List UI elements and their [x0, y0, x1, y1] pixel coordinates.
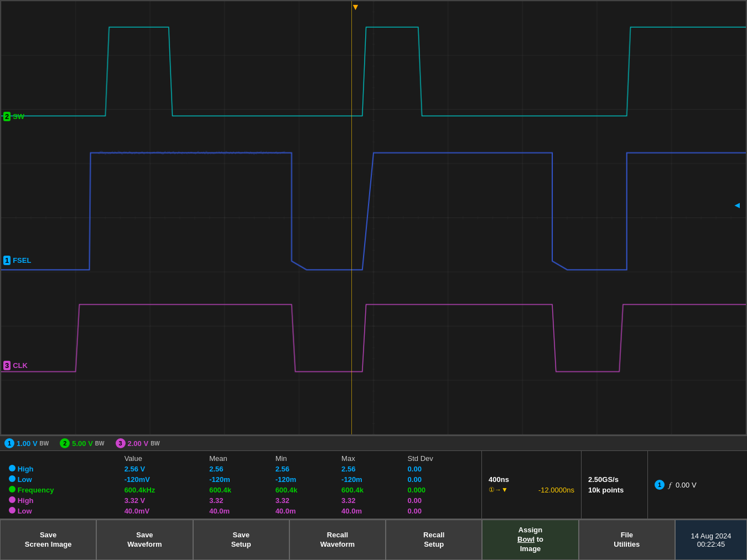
col-value: Value — [120, 453, 205, 464]
meas-label-cell: High — [4, 495, 120, 506]
time-info: 400ns ①→▼ -12.0000ns — [481, 451, 581, 518]
measurement-row: High 2.56 V 2.56 2.56 2.56 0.00 — [4, 464, 477, 474]
meas-min: -120m — [271, 474, 337, 485]
measurement-row: Low 40.0mV 40.0m 40.0m 40.0m 0.00 — [4, 506, 477, 516]
meas-mean: 2.56 — [205, 464, 271, 474]
measurements-area: Value Mean Min Max Std Dev High 2.56 V 2… — [0, 451, 747, 519]
button-bar: SaveScreen Image SaveWaveform SaveSetup … — [0, 519, 747, 560]
ch3-badge: 3 — [116, 438, 126, 448]
recall-setup-button[interactable]: RecallSetup — [386, 520, 482, 560]
meas-min: 600.4k — [271, 485, 337, 495]
meas-value: 40.0mV — [120, 506, 205, 516]
measurement-row: Frequency 600.4kHz 600.4k 600.4k 600.4k … — [4, 485, 477, 495]
ch2-label: 2 SW — [3, 112, 24, 121]
save-setup-label: SaveSetup — [231, 531, 251, 549]
save-screen-button[interactable]: SaveScreen Image — [0, 520, 96, 560]
save-waveform-button[interactable]: SaveWaveform — [96, 520, 193, 560]
trigger-info: 1 𝑓 0.00 V — [647, 451, 747, 518]
trigger-slope-icon: 𝑓 — [669, 480, 671, 490]
record-length-value: 10k points — [588, 486, 624, 494]
meas-max: 600.4k — [337, 485, 403, 495]
record-length-row: 10k points — [588, 485, 641, 495]
trigger-marker-top: ▼ — [351, 2, 360, 12]
save-setup-button[interactable]: SaveSetup — [193, 520, 289, 560]
timebase-value: 400ns — [489, 475, 509, 484]
sample-rate-row: 2.50GS/s — [588, 474, 641, 485]
meas-min: 2.56 — [271, 464, 337, 474]
grid-canvas — [1, 1, 746, 434]
oscilloscope: ▼ 2 SW 1 FSEL 3 CLK ◄ 1 1.00 V BW — [0, 0, 747, 560]
meas-value: -120mV — [120, 474, 205, 485]
meas-value: 2.56 V — [120, 464, 205, 474]
ch1-fsel-label: 1 FSEL — [3, 256, 31, 265]
meas-mean: 40.0m — [205, 506, 271, 516]
measurements-table: Value Mean Min Max Std Dev High 2.56 V 2… — [0, 451, 481, 518]
cursor-delta-row: ①→▼ -12.0000ns — [489, 485, 574, 495]
col-max: Max — [337, 453, 403, 464]
meas-mean: 3.32 — [205, 495, 271, 506]
ch1-badge: 1 — [4, 438, 14, 448]
col-mean: Mean — [205, 453, 271, 464]
waveform-display: ▼ 2 SW 1 FSEL 3 CLK ◄ — [0, 0, 747, 435]
col-min: Min — [271, 453, 337, 464]
ch3-bw-label: BW — [151, 440, 160, 447]
ch2-badge: 2 — [60, 438, 70, 448]
measurement-row: Low -120mV -120m -120m -120m 0.00 — [4, 474, 477, 485]
save-screen-label: SaveScreen Image — [25, 531, 72, 549]
ch3-clk-label: 3 CLK — [3, 361, 28, 370]
ch1-scale-value: 1.00 V — [17, 439, 38, 448]
meas-label-cell: Frequency — [4, 485, 120, 495]
meas-max: 2.56 — [337, 464, 403, 474]
channel-scales: 1 1.00 V BW 2 5.00 V BW 3 2.00 V BW — [0, 436, 747, 451]
meas-stddev: 0.00 — [403, 495, 477, 506]
datetime-display: 14 Aug 2024 00:22:45 — [675, 520, 747, 560]
trigger-arrow: ◄ — [733, 200, 741, 210]
meas-stddev: 0.000 — [403, 485, 477, 495]
meas-label-cell: Low — [4, 506, 120, 516]
meas-min: 40.0m — [271, 506, 337, 516]
recall-waveform-label: RecallWaveform — [320, 531, 355, 549]
meas-label-cell: Low — [4, 474, 120, 485]
measurement-row: High 3.32 V 3.32 3.32 3.32 0.00 — [4, 495, 477, 506]
meas-stddev: 0.00 — [403, 474, 477, 485]
meas-value: 600.4kHz — [120, 485, 205, 495]
meas-min: 3.32 — [271, 495, 337, 506]
time-value: 00:22:45 — [697, 540, 725, 548]
meas-mean: 600.4k — [205, 485, 271, 495]
save-waveform-label: SaveWaveform — [127, 531, 162, 549]
meas-stddev: 0.00 — [403, 464, 477, 474]
ch1-scale: 1 1.00 V BW — [4, 438, 49, 448]
cursor-delta-value: -12.0000ns — [538, 486, 574, 494]
trigger-ch-badge: 1 — [655, 480, 665, 490]
timebase-row: 400ns — [489, 474, 574, 485]
file-utilities-button[interactable]: FileUtilities — [579, 520, 675, 560]
ch3-scale-value: 2.00 V — [128, 439, 149, 448]
recall-setup-label: RecallSetup — [423, 531, 444, 549]
ch2-scale-value: 5.00 V — [72, 439, 93, 448]
meas-stddev: 0.00 — [403, 506, 477, 516]
date-value: 14 Aug 2024 — [691, 532, 731, 540]
meas-max: 40.0m — [337, 506, 403, 516]
col-stddev: Std Dev — [403, 453, 477, 464]
ch2-scale: 2 5.00 V BW — [60, 438, 104, 448]
meas-max: 3.32 — [337, 495, 403, 506]
assign-bowl-button[interactable]: AssignBowl toImage — [482, 520, 578, 560]
trigger-level-value: 0.00 V — [676, 481, 697, 489]
meas-label-cell: High — [4, 464, 120, 474]
meas-mean: -120m — [205, 474, 271, 485]
ch1-bw-label: BW — [40, 440, 49, 447]
meas-max: -120m — [337, 474, 403, 485]
meas-value: 3.32 V — [120, 495, 205, 506]
cursor-line — [351, 1, 352, 434]
assign-bowl-label: AssignBowl toImage — [517, 526, 543, 554]
recall-waveform-button[interactable]: RecallWaveform — [289, 520, 386, 560]
info-bar: 1 1.00 V BW 2 5.00 V BW 3 2.00 V BW — [0, 435, 747, 519]
file-utilities-label: FileUtilities — [614, 531, 640, 549]
ch3-scale: 3 2.00 V BW — [116, 438, 160, 448]
sample-rate-value: 2.50GS/s — [588, 475, 619, 484]
sample-info: 2.50GS/s 10k points — [581, 451, 647, 518]
ch2-bw-label: BW — [95, 440, 105, 447]
